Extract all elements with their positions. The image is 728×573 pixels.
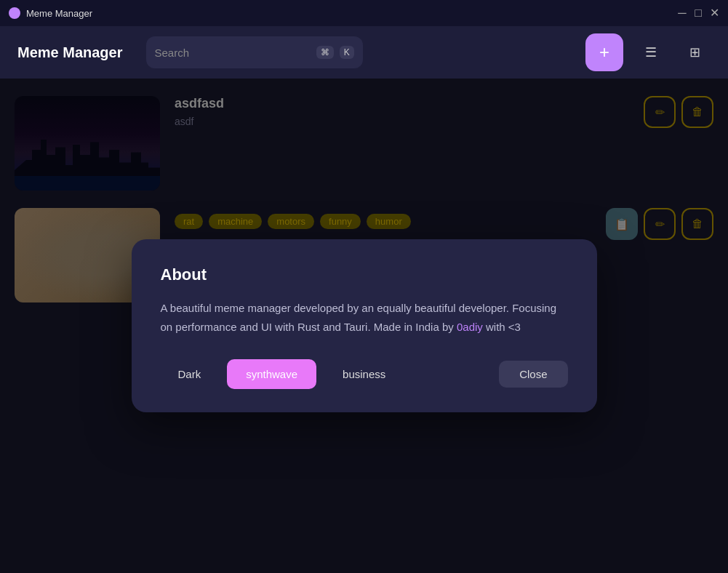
kbd-k: K bbox=[340, 46, 354, 59]
main-content: asdfasd asdf ✏ 🗑 rat machine motors funn… bbox=[0, 79, 728, 573]
close-button[interactable]: Close bbox=[499, 361, 567, 388]
modal-body-suffix: with <3 bbox=[483, 321, 521, 333]
maximize-button[interactable]: □ bbox=[693, 8, 703, 18]
modal-link[interactable]: 0adiy bbox=[457, 321, 483, 333]
theme-synthwave-button[interactable]: synthwave bbox=[227, 359, 316, 389]
modal-actions: Dark synthwave business Close bbox=[161, 359, 568, 389]
titlebar-title: Meme Manager bbox=[26, 8, 92, 19]
list-view-button[interactable]: ☰ bbox=[635, 36, 667, 68]
app-title: Meme Manager bbox=[17, 44, 123, 61]
theme-business-button[interactable]: business bbox=[325, 361, 403, 388]
app-icon bbox=[9, 7, 20, 19]
window-controls: ─ □ ✕ bbox=[677, 8, 719, 18]
modal-body: A beautiful meme manager developed by an… bbox=[161, 299, 568, 336]
minimize-button[interactable]: ─ bbox=[677, 8, 687, 18]
toolbar: Meme Manager ⌘ K + ☰ ⊞ bbox=[0, 26, 728, 79]
add-button[interactable]: + bbox=[585, 33, 623, 71]
modal-overlay: About A beautiful meme manager developed… bbox=[0, 79, 728, 573]
grid-view-button[interactable]: ⊞ bbox=[679, 36, 711, 68]
about-modal: About A beautiful meme manager developed… bbox=[132, 239, 597, 412]
theme-dark-button[interactable]: Dark bbox=[161, 361, 219, 388]
close-button[interactable]: ✕ bbox=[709, 8, 719, 18]
titlebar-left: Meme Manager bbox=[9, 7, 92, 19]
kbd-cmd: ⌘ bbox=[316, 46, 334, 59]
titlebar: Meme Manager ─ □ ✕ bbox=[0, 0, 728, 26]
search-input[interactable] bbox=[155, 47, 311, 59]
search-bar: ⌘ K bbox=[146, 36, 363, 68]
modal-title: About bbox=[161, 265, 568, 284]
